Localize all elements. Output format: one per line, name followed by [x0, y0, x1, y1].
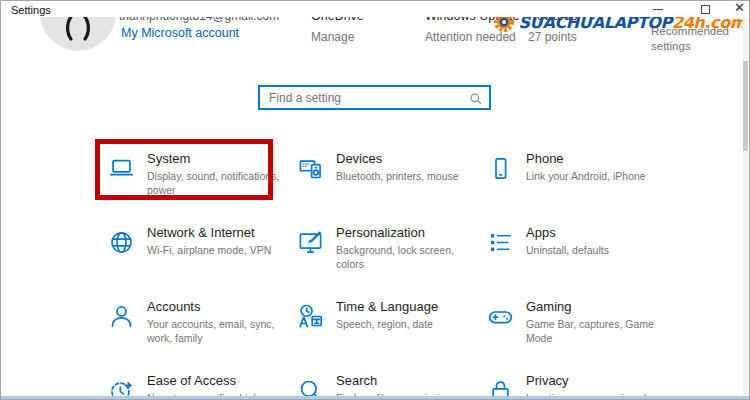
globe-icon: [108, 229, 135, 256]
settings-window: Settings ✕ thanhphuongtb14@gmail.com My …: [0, 0, 750, 400]
tile-devices[interactable]: DevicesBluetooth, printers, mouse: [287, 141, 477, 215]
header-item-subtitle: Manage: [311, 30, 364, 44]
tile-title: System: [147, 151, 287, 166]
tile-title: Ease of Access: [147, 373, 259, 388]
tile-title: Devices: [336, 151, 459, 166]
minimize-button[interactable]: [653, 9, 663, 10]
close-button[interactable]: ✕: [734, 1, 745, 15]
tile-subtitle: Link your Android, iPhone: [526, 169, 646, 183]
tile-privacy[interactable]: PrivacyLocation, camera, microphone: [477, 363, 717, 400]
search-input[interactable]: [260, 87, 489, 108]
tile-network-internet[interactable]: Network & InternetWi-Fi, airplane mode, …: [98, 215, 287, 289]
window-bottom-edge: [1, 396, 749, 399]
phone-icon: [487, 155, 514, 182]
window-title: Settings: [11, 4, 51, 16]
tile-title: Phone: [526, 151, 646, 166]
tile-title: Network & Internet: [147, 225, 271, 240]
apps-icon: [487, 229, 514, 256]
scrollbar[interactable]: [743, 17, 748, 396]
tile-subtitle: Background, lock screen, colors: [336, 243, 477, 271]
tile-title: Privacy: [526, 373, 667, 388]
tile-phone[interactable]: PhoneLink your Android, iPhone: [477, 141, 717, 215]
tile-subtitle: Display, sound, notifications, power: [147, 169, 287, 197]
tile-subtitle: Your accounts, email, sync, work, family: [147, 317, 287, 345]
tile-subtitle: Uninstall, defaults: [526, 243, 609, 257]
tile-search[interactable]: SearchFind my files, permissions: [287, 363, 477, 400]
tile-apps[interactable]: AppsUninstall, defaults: [477, 215, 717, 289]
avatar: [40, 13, 116, 51]
tile-title: Apps: [526, 225, 609, 240]
tile-gaming[interactable]: GamingGame Bar, captures, Game Mode: [477, 289, 717, 363]
tile-personalization[interactable]: PersonalizationBackground, lock screen, …: [287, 215, 477, 289]
titlebar: Settings: [1, 1, 749, 17]
tile-title: Time & Language: [336, 299, 438, 314]
tile-title: Gaming: [526, 299, 658, 314]
tile-subtitle: Speech, region, date: [336, 317, 438, 331]
gamepad-icon: [487, 303, 514, 330]
header-item-onedrive[interactable]: OneDrive Manage: [311, 13, 364, 44]
person-icon: [108, 303, 135, 330]
time-language-icon: [297, 303, 324, 330]
search-box: [258, 85, 491, 110]
scrollbar-thumb[interactable]: [743, 61, 748, 151]
settings-tiles: SystemDisplay, sound, notifications, pow…: [98, 141, 717, 400]
tile-title: Search: [336, 373, 457, 388]
tile-accounts[interactable]: AccountsYour accounts, email, sync, work…: [98, 289, 287, 363]
search-icon: [469, 92, 483, 106]
personalization-icon: [297, 229, 324, 256]
tile-title: Personalization: [336, 225, 477, 240]
tile-title: Accounts: [147, 299, 287, 314]
microsoft-account-link[interactable]: My Microsoft account: [121, 26, 239, 40]
tile-subtitle: Bluetooth, printers, mouse: [336, 169, 459, 183]
tile-subtitle: Wi-Fi, airplane mode, VPN: [147, 243, 271, 257]
maximize-button[interactable]: [701, 5, 710, 14]
tile-subtitle: Game Bar, captures, Game Mode: [526, 317, 658, 345]
tile-time-language[interactable]: Time & LanguageSpeech, region, date: [287, 289, 477, 363]
avatar-face-icon: [40, 13, 116, 51]
laptop-icon: [108, 155, 135, 182]
tile-ease-of-access[interactable]: Ease of AccessNarrator, magnifier, high: [98, 363, 287, 400]
devices-icon: [297, 155, 324, 182]
tile-system[interactable]: SystemDisplay, sound, notifications, pow…: [98, 141, 287, 215]
